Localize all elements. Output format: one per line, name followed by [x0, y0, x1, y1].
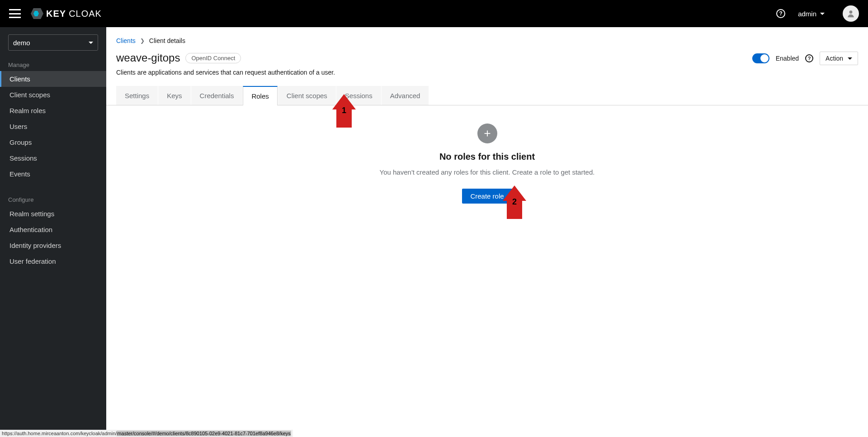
status-url: https://auth.home.mirceaanton.com/keyclo…	[0, 430, 293, 437]
realm-name: demo	[13, 39, 30, 47]
tab-advanced[interactable]: Advanced	[382, 86, 429, 105]
breadcrumb: Clients ❯ Client details	[116, 37, 858, 44]
enabled-toggle[interactable]	[752, 53, 769, 63]
sidebar-item-user-federation[interactable]: User federation	[0, 253, 106, 269]
annotation-arrow-2: 2	[503, 185, 526, 219]
sidebar-item-clients[interactable]: Clients	[0, 71, 106, 87]
sidebar-item-client-scopes[interactable]: Client scopes	[0, 87, 106, 103]
main: Clients ❯ Client details weave-gitops Op…	[106, 27, 868, 437]
avatar[interactable]	[843, 5, 859, 22]
breadcrumb-clients[interactable]: Clients	[116, 37, 136, 44]
empty-state: No roles for this client You haven't cre…	[106, 105, 868, 222]
protocol-chip: OpenID Connect	[185, 53, 241, 63]
section-manage: Manage	[0, 57, 106, 71]
svg-point-2	[849, 10, 853, 14]
topbar: KEYCLOAK ? admin	[0, 0, 868, 27]
tab-roles[interactable]: Roles	[243, 86, 277, 105]
plus-circle-icon	[477, 124, 497, 143]
sidebar-item-realm-settings[interactable]: Realm settings	[0, 206, 106, 222]
brand-light: CLOAK	[69, 9, 102, 19]
sidebar-item-events[interactable]: Events	[0, 166, 106, 182]
action-dropdown[interactable]: Action	[820, 52, 858, 65]
sidebar-item-groups[interactable]: Groups	[0, 134, 106, 150]
tabs: Settings Keys Credentials Roles Client s…	[106, 86, 868, 105]
chevron-down-icon	[89, 42, 93, 44]
breadcrumb-current: Client details	[149, 37, 185, 44]
sidebar-item-realm-roles[interactable]: Realm roles	[0, 103, 106, 119]
empty-title: No roles for this client	[439, 152, 535, 162]
tab-client-scopes[interactable]: Client scopes	[278, 86, 336, 105]
help-icon[interactable]: ?	[776, 9, 785, 18]
annotation-label-2: 2	[512, 197, 517, 207]
keycloak-icon	[31, 8, 43, 19]
tab-credentials[interactable]: Credentials	[191, 86, 243, 105]
action-label: Action	[826, 55, 843, 62]
user-menu[interactable]: admin	[798, 10, 825, 18]
tab-settings[interactable]: Settings	[116, 86, 158, 105]
chevron-down-icon	[820, 13, 825, 15]
help-icon[interactable]: ?	[805, 54, 813, 62]
enabled-label: Enabled	[776, 55, 799, 62]
url-prefix: https://auth.home.mirceaanton.com/keyclo…	[2, 431, 117, 436]
sidebar: demo Manage Clients Client scopes Realm …	[0, 27, 106, 437]
hamburger-icon[interactable]	[9, 9, 21, 18]
sidebar-item-sessions[interactable]: Sessions	[0, 150, 106, 166]
brand-strong: KEY	[46, 9, 66, 19]
chevron-down-icon	[848, 57, 852, 60]
sidebar-item-authentication[interactable]: Authentication	[0, 222, 106, 238]
tab-keys[interactable]: Keys	[158, 86, 190, 105]
user-label: admin	[798, 10, 816, 18]
realm-selector[interactable]: demo	[8, 34, 98, 51]
section-configure: Configure	[0, 192, 106, 206]
url-highlight: master/console/#/demo/clients/8c890105-0…	[117, 431, 291, 436]
brand-logo[interactable]: KEYCLOAK	[31, 8, 102, 19]
page-title: weave-gitops	[116, 52, 180, 64]
annotation-label-1: 1	[342, 106, 346, 115]
sidebar-item-users[interactable]: Users	[0, 119, 106, 134]
sidebar-item-identity-providers[interactable]: Identity providers	[0, 238, 106, 253]
chevron-right-icon: ❯	[140, 38, 145, 44]
empty-text: You haven't created any roles for this c…	[380, 168, 595, 176]
page-description: Clients are applications and services th…	[116, 69, 335, 76]
annotation-arrow-1: 1	[332, 94, 356, 128]
